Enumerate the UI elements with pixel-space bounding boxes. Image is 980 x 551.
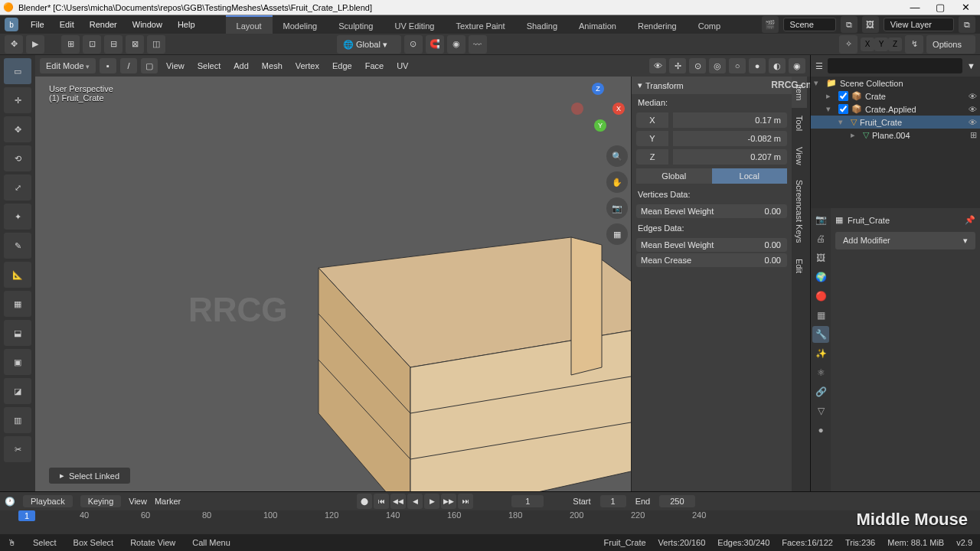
vp-menu-edge[interactable]: Edge — [328, 61, 357, 70]
vp-menu-face[interactable]: Face — [361, 61, 388, 70]
scene-browse-icon[interactable]: 🎬 — [762, 16, 779, 33]
tool-select-box[interactable]: ▭ — [4, 58, 31, 84]
scene-name-field[interactable]: Scene — [783, 18, 836, 31]
tab-modeling[interactable]: Modeling — [273, 15, 328, 34]
prop-edit-icon[interactable]: ◉ — [447, 35, 466, 54]
current-frame[interactable]: 1 — [511, 495, 544, 507]
pan-icon[interactable]: ✋ — [606, 171, 628, 193]
viewport-canvas[interactable]: User Perspective (1) Fruit_Crate RRCG Z … — [35, 77, 810, 491]
cursor-tool-icon[interactable]: ✥ — [5, 35, 23, 54]
start-frame[interactable]: 1 — [600, 495, 626, 507]
vertex-select-icon[interactable]: ▪ — [100, 58, 116, 73]
tab-rendering[interactable]: Rendering — [627, 15, 688, 34]
automerge-icon[interactable]: ↯ — [905, 35, 923, 54]
tool-move[interactable]: ✥ — [4, 116, 31, 142]
prev-keyframe-icon[interactable]: ◀◀ — [390, 494, 406, 509]
shading-wire-icon[interactable]: ○ — [729, 58, 746, 73]
xray-icon[interactable]: ◎ — [709, 58, 726, 73]
tab-compositing[interactable]: Comp — [688, 15, 731, 34]
snap-5-icon[interactable]: ◫ — [147, 35, 165, 54]
vp-menu-view[interactable]: View — [162, 61, 189, 70]
mirror-icon[interactable]: ✧ — [839, 35, 858, 54]
close-button[interactable]: ✕ — [954, 1, 977, 15]
gizmo-icon[interactable]: ✢ — [669, 58, 686, 73]
shading-matprev-icon[interactable]: ◐ — [769, 58, 786, 73]
median-y[interactable]: -0.082 m — [673, 131, 787, 146]
tab-uvediting[interactable]: UV Editing — [384, 15, 445, 34]
npanel-tab-item[interactable]: Item — [792, 77, 807, 108]
tab-sculpting[interactable]: Sculpting — [328, 15, 384, 34]
menu-file[interactable]: File — [23, 15, 52, 34]
tool-bevel[interactable]: ◪ — [4, 378, 31, 404]
vp-menu-mesh[interactable]: Mesh — [257, 61, 287, 70]
menu-help[interactable]: Help — [170, 15, 203, 34]
viewlayer-browse-icon[interactable]: 🖼 — [862, 16, 879, 33]
npanel-tab-edit[interactable]: Edit — [792, 251, 807, 281]
playback-dropdown[interactable]: Playback — [23, 495, 73, 507]
tool-extrude[interactable]: ⬓ — [4, 320, 31, 346]
end-frame[interactable]: 250 — [659, 495, 694, 507]
tool-addcube[interactable]: ▦ — [4, 291, 31, 317]
prop-tab-scene[interactable]: 🌍 — [812, 269, 829, 285]
mean-crease[interactable]: 0.00 — [759, 253, 787, 267]
snap-1-icon[interactable]: ⊞ — [61, 35, 80, 54]
tab-shading[interactable]: Shading — [516, 15, 568, 34]
prop-tab-world[interactable]: 🔴 — [812, 288, 829, 305]
npanel-tab-view[interactable]: View — [792, 139, 807, 173]
tool-knife[interactable]: ✂ — [4, 436, 31, 462]
timeline-editor-icon[interactable]: 🕐 — [5, 497, 15, 507]
timeline-marker[interactable]: Marker — [155, 497, 181, 506]
prop-tab-render[interactable]: 📷 — [812, 211, 829, 228]
tool-transform[interactable]: ✦ — [4, 204, 31, 230]
tab-animation[interactable]: Animation — [568, 15, 627, 34]
median-z[interactable]: 0.207 m — [673, 149, 787, 165]
prop-tab-constraints[interactable]: 🔗 — [812, 383, 829, 400]
prop-tab-physics[interactable]: ⚛ — [812, 364, 829, 381]
blender-logo-icon[interactable]: b — [5, 18, 18, 31]
overlay-icon[interactable]: ⊙ — [689, 58, 706, 73]
menu-edit[interactable]: Edit — [52, 15, 82, 34]
timeline-view[interactable]: View — [129, 497, 147, 506]
tab-layout[interactable]: Layout — [226, 15, 273, 34]
prop-tab-object[interactable]: ▦ — [812, 307, 829, 324]
tool-scale[interactable]: ⤢ — [4, 174, 31, 201]
navigation-gizmo[interactable]: Z X Y — [571, 83, 625, 136]
outliner-filter-icon[interactable]: ▼ — [967, 61, 975, 70]
tool-annotate[interactable]: ✎ — [4, 233, 31, 259]
next-keyframe-icon[interactable]: ▶▶ — [441, 494, 456, 509]
outliner-plane[interactable]: Plane.004 — [872, 131, 910, 140]
collection-toggle[interactable] — [838, 91, 848, 101]
mode-dropdown[interactable]: Edit Mode — [40, 58, 96, 73]
menu-window[interactable]: Window — [125, 15, 170, 34]
median-x[interactable]: 0.17 m — [673, 112, 787, 128]
prop-tab-mesh[interactable]: ▽ — [812, 403, 829, 419]
shading-render-icon[interactable]: ◉ — [789, 58, 805, 73]
maximize-button[interactable]: ▢ — [929, 1, 952, 15]
keying-dropdown[interactable]: Keying — [80, 495, 122, 507]
tool-measure[interactable]: 📐 — [4, 262, 31, 288]
shading-solid-icon[interactable]: ● — [749, 58, 766, 73]
select-tool-icon[interactable]: ▶ — [26, 35, 44, 54]
space-global[interactable]: Global — [636, 168, 712, 184]
vp-menu-vertex[interactable]: Vertex — [291, 61, 324, 70]
vp-menu-add[interactable]: Add — [229, 61, 253, 70]
viewlayer-copy-icon[interactable]: ⧉ — [959, 16, 975, 33]
vp-menu-uv[interactable]: UV — [392, 61, 413, 70]
prop-tab-modifier[interactable]: 🔧 — [812, 326, 829, 343]
menu-render[interactable]: Render — [82, 15, 125, 34]
jump-end-icon[interactable]: ⏭ — [458, 494, 473, 509]
mirror-xyz[interactable]: XYZ — [861, 37, 902, 51]
face-select-icon[interactable]: ▢ — [141, 58, 158, 73]
outliner-root[interactable]: Scene Collection — [840, 79, 903, 88]
outliner-fruit-crate[interactable]: Fruit_Crate — [860, 118, 902, 127]
tool-inset[interactable]: ▣ — [4, 349, 31, 375]
perspective-icon[interactable]: ▦ — [606, 223, 628, 245]
outliner-search[interactable] — [828, 58, 962, 73]
space-local[interactable]: Local — [712, 168, 788, 184]
mean-bevel-weight-verts[interactable]: 0.00 — [759, 204, 787, 218]
tool-cursor[interactable]: ✛ — [4, 87, 31, 113]
outliner-crate[interactable]: Crate — [865, 92, 886, 101]
pin-icon[interactable]: 📌 — [965, 215, 975, 225]
prop-tab-material[interactable]: ● — [812, 422, 829, 439]
snap-4-icon[interactable]: ⊠ — [126, 35, 144, 54]
